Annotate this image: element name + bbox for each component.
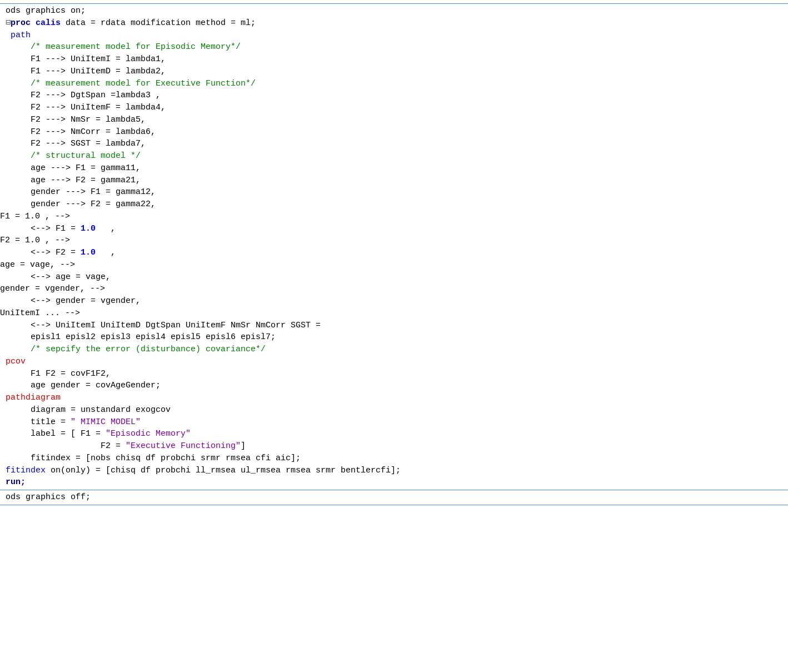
line-f1-2: F1 ---> UniItemD = lambda2, xyxy=(0,66,788,78)
label-f2-value: "Executive Functioning" xyxy=(126,440,241,452)
line-pcov: pcov xyxy=(0,356,788,368)
line-label1: label = [ F1 = "Episodic Memory" xyxy=(0,428,788,440)
f2-3-text: F2 ---> NmSr = lambda5, xyxy=(6,114,146,126)
ods-on-text: ods graphics on; xyxy=(6,5,86,17)
line-f2-1: F2 ---> DgtSpan =lambda3 , xyxy=(0,89,788,102)
line-caret-f1: <--> F1 = 1.0 , xyxy=(0,223,788,235)
age-gender-cov-text: age gender = covAgeGender; xyxy=(6,380,161,392)
gender-f2-text: gender ---> F2 = gamma22, xyxy=(6,198,156,211)
caret-f2-suffix: , xyxy=(96,247,116,259)
line-comment-error: /* sepcify the error (disturbance) covar… xyxy=(0,344,788,356)
line-caret-f2: <--> F2 = 1.0 , xyxy=(0,247,788,259)
f2-2-text: F2 ---> UniItemF = lambda4, xyxy=(6,102,166,114)
line-ods-off: ods graphics off; xyxy=(0,491,788,504)
top-separator xyxy=(0,3,788,4)
label2-indent: F2 = xyxy=(6,440,126,452)
line-caret-uni: <--> UniItemI UniItemD DgtSpan UniItemF … xyxy=(0,320,788,332)
path-keyword: path xyxy=(6,29,31,42)
comment-error: /* sepcify the error (disturbance) covar… xyxy=(6,344,266,356)
bottom-separator-top xyxy=(0,490,788,490)
f2-value: 1.0 xyxy=(81,247,96,259)
line-f2-5: F2 ---> SGST = lambda7, xyxy=(0,138,788,150)
line-age-f2: age ---> F2 = gamma21, xyxy=(0,175,788,187)
f2-5-text: F2 ---> SGST = lambda7, xyxy=(6,138,146,150)
fitindex2-text: on(only) = [chisq df probchi ll_rmsea ul… xyxy=(46,465,401,477)
f2-1-text: F2 ---> DgtSpan =lambda3 , xyxy=(6,89,161,102)
calis-keyword: calis xyxy=(36,17,61,29)
line-f1f2-cov: F1 F2 = covF1F2, xyxy=(0,368,788,380)
f1-2-text: F1 ---> UniItemD = lambda2, xyxy=(6,66,166,78)
label2-close: ] xyxy=(241,440,246,452)
line-title: title = " MIMIC MODEL" xyxy=(0,416,788,429)
label-prefix: label = [ F1 = xyxy=(6,428,106,440)
line-path: path xyxy=(0,29,788,42)
caret-gender-text: <--> gender = vgender, xyxy=(6,295,141,307)
line-f2-3: F2 ---> NmSr = lambda5, xyxy=(0,114,788,126)
title-prefix: title = xyxy=(6,416,71,429)
label-f1-value: "Episodic Memory" xyxy=(106,428,191,440)
f1-value: 1.0 xyxy=(81,223,96,235)
line-fitindex2: fitindex on(only) = [chisq df probchi ll… xyxy=(0,465,788,477)
diagram-text: diagram = unstandard exogcov xyxy=(6,404,171,416)
fitindex2-keyword: fitindex xyxy=(6,465,46,477)
pathdiagram-keyword: pathdiagram xyxy=(6,392,61,404)
line-proc-calis: ⊟ proc calis data = rdata modification m… xyxy=(0,17,788,29)
code-editor: ods graphics on; ⊟ proc calis data = rda… xyxy=(0,0,788,509)
f1f2-cov-text: F1 F2 = covF1F2, xyxy=(6,368,111,380)
gender-f1-text: gender ---> F1 = gamma12, xyxy=(6,186,156,198)
caret-f1-suffix: , xyxy=(96,223,116,235)
caret-uni-text: <--> UniItemI UniItemD DgtSpan UniItemF … xyxy=(6,320,321,332)
line-pathdiagram: pathdiagram xyxy=(0,392,788,404)
bottom-separator xyxy=(0,505,788,505)
line-f2-2: F2 ---> UniItemF = lambda4, xyxy=(0,102,788,114)
line-ods-on: ods graphics on; xyxy=(0,5,788,17)
line-caret-gender: <--> gender = vgender, xyxy=(0,295,788,307)
comment-structural: /* structural model */ xyxy=(6,150,141,162)
line-comment-structural: /* structural model */ xyxy=(0,150,788,162)
run-keyword: run; xyxy=(6,476,26,489)
comment-episodic: /* measurement model for Episodic Memory… xyxy=(6,41,241,53)
line-gender-f1: gender ---> F1 = gamma12, xyxy=(0,186,788,198)
line-fitindex1: fitindex = [nobs chisq df probchi srmr r… xyxy=(0,452,788,465)
line-gender-f2: gender ---> F2 = gamma22, xyxy=(0,198,788,211)
line-age-gender-cov: age gender = covAgeGender; xyxy=(0,380,788,392)
episl-text: episl1 episl2 episl3 episl4 episl5 episl… xyxy=(6,331,276,344)
line-f1-1: F1 ---> UniItemI = lambda1, xyxy=(0,53,788,66)
caret-f2-prefix: <--> F2 = xyxy=(6,247,81,259)
caret-f1-prefix: <--> F1 = xyxy=(6,223,81,235)
proc-keyword: proc xyxy=(11,17,36,29)
line-comment-episodic: /* measurement model for Episodic Memory… xyxy=(0,41,788,53)
line-episl: episl1 episl2 episl3 episl4 episl5 episl… xyxy=(0,331,788,344)
age-f2-text: age ---> F2 = gamma21, xyxy=(6,175,141,187)
proc-params: data = rdata modification method = ml; xyxy=(61,17,256,29)
fitindex1-text: fitindex = [nobs chisq df probchi srmr r… xyxy=(6,452,301,465)
caret-age-text: <--> age = vage, xyxy=(6,271,111,283)
block-icon: ⊟ xyxy=(6,17,11,29)
line-comment-executive: /* measurement model for Executive Funct… xyxy=(0,78,788,90)
line-age-f1: age ---> F1 = gamma11, xyxy=(0,162,788,175)
age-f1-text: age ---> F1 = gamma11, xyxy=(6,162,141,175)
ods-off-text: ods graphics off; xyxy=(6,491,91,504)
comment-executive: /* measurement model for Executive Funct… xyxy=(6,78,256,90)
line-run: run; xyxy=(0,476,788,489)
title-value: " MIMIC MODEL" xyxy=(71,416,141,429)
line-label2: F2 = "Executive Functioning" ] xyxy=(0,440,788,452)
pcov-keyword: pcov xyxy=(6,356,26,368)
line-f2-4: F2 ---> NmCorr = lambda6, xyxy=(0,126,788,138)
f2-4-text: F2 ---> NmCorr = lambda6, xyxy=(6,126,156,138)
line-diagram: diagram = unstandard exogcov xyxy=(0,404,788,416)
line-caret-age: <--> age = vage, xyxy=(0,271,788,283)
f1-1-text: F1 ---> UniItemI = lambda1, xyxy=(6,53,166,66)
